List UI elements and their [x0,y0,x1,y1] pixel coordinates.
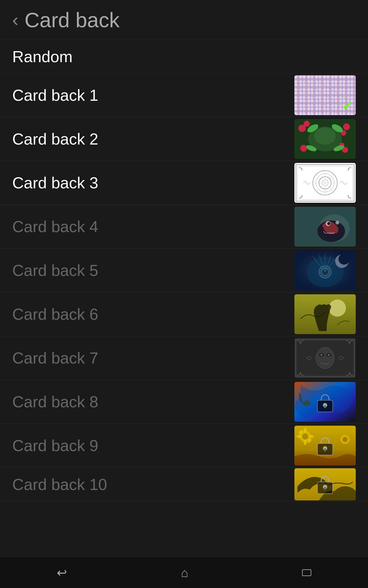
thumbnail-5 [294,251,356,290]
item-label-5: Card back 5 [12,261,98,280]
svg-point-71 [339,254,350,265]
thumbnail-2 [294,119,356,159]
item-label-7: Card back 7 [12,349,98,367]
list-item-card-back-1[interactable]: Card back 1 [0,74,368,117]
svg-point-81 [328,354,330,356]
item-label-2: Card back 2 [12,130,98,148]
item-label-9: Card back 9 [12,436,98,455]
thumbnail-3 [294,163,356,203]
list-item-random[interactable]: Random [0,40,368,74]
list-item-card-back-2[interactable]: Card back 2 [0,117,368,161]
item-label-4: Card back 4 [12,217,98,236]
thumbnail-10 [294,468,356,500]
item-label-6: Card back 6 [12,305,98,323]
nav-recent-button[interactable] [290,566,324,579]
list-item-card-back-6[interactable]: Card back 6 [0,292,368,336]
svg-point-34 [343,123,350,130]
svg-point-89 [304,440,307,445]
header: ‹ Card back [0,0,368,40]
page-title: Card back [25,8,120,32]
svg-point-59 [335,221,339,224]
item-label-3: Card back 3 [12,174,98,192]
nav-home-icon: ⌂ [181,566,188,580]
list-item-card-back-8[interactable]: Card back 8 [0,380,368,424]
list-item-card-back-5[interactable]: Card back 5 [0,249,368,292]
item-label-10: Card back 10 [12,475,107,494]
thumbnail-6 [294,294,356,334]
back-arrow-icon: ‹ [12,11,18,29]
thumbnail-9 [294,426,356,466]
svg-point-90 [297,435,301,438]
bottom-navigation: ↩ ⌂ [0,557,368,588]
thumbnail-8 [294,382,356,422]
nav-home-button[interactable]: ⌂ [169,563,201,583]
list-item-card-back-10[interactable]: Card back 10 [0,468,368,501]
list-item-card-back-9[interactable]: Card back 9 [0,424,368,468]
svg-point-31 [314,127,336,145]
svg-text:✓: ✓ [342,99,353,113]
svg-point-94 [302,433,308,439]
svg-point-58 [327,222,330,225]
svg-rect-85 [324,405,326,408]
back-button[interactable]: ‹ [12,11,18,29]
item-label-8: Card back 8 [12,393,98,411]
nav-recent-icon [302,569,311,576]
item-label-random: Random [12,47,73,66]
svg-rect-99 [324,448,326,451]
svg-rect-103 [324,487,326,490]
svg-point-91 [309,435,314,438]
nav-back-button[interactable]: ↩ [44,563,79,583]
svg-point-80 [320,354,322,356]
list-item-card-back-3[interactable]: Card back 3 [0,161,368,205]
thumbnail-4 [294,207,356,247]
svg-point-36 [300,145,307,152]
card-back-list: Random Card back 1 [0,40,368,557]
svg-point-33 [304,121,310,127]
list-item-card-back-7[interactable]: Card back 7 [0,336,368,380]
list-item-card-back-4[interactable]: Card back 4 [0,205,368,249]
thumbnail-7 [294,338,356,378]
thumbnail-1: ✓ [294,75,356,115]
item-label-1: Card back 1 [12,86,98,104]
svg-point-96 [343,437,347,442]
svg-point-73 [329,300,346,317]
svg-point-88 [304,428,307,433]
svg-point-77 [316,347,334,369]
nav-back-icon: ↩ [57,566,67,580]
